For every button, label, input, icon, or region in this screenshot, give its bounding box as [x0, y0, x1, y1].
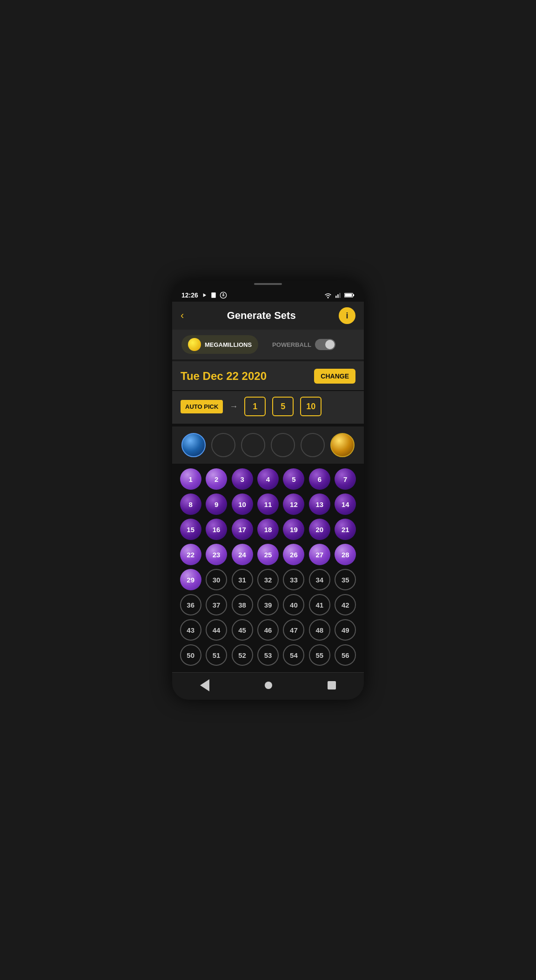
number-ball-41[interactable]: 41	[309, 594, 330, 615]
number-ball-55[interactable]: 55	[309, 644, 330, 666]
number-ball-56[interactable]: 56	[335, 644, 356, 666]
auto-pick-button[interactable]: AUTO PICK	[181, 400, 223, 413]
page-title: Generate Sets	[184, 310, 339, 322]
number-ball-37[interactable]: 37	[206, 594, 227, 615]
time-display: 12:26	[181, 291, 198, 299]
number-ball-8[interactable]: 8	[180, 493, 201, 515]
number-ball-19[interactable]: 19	[283, 519, 304, 540]
wifi-icon	[324, 292, 332, 298]
powerball-toggle[interactable]	[315, 339, 335, 350]
number-ball-10[interactable]: 10	[232, 493, 253, 515]
back-nav-button[interactable]	[200, 679, 209, 691]
number-ball-51[interactable]: 51	[206, 644, 227, 666]
number-ball-49[interactable]: 49	[335, 619, 356, 641]
arrow-icon: →	[229, 402, 238, 412]
number-ball-40[interactable]: 40	[283, 594, 304, 615]
number-ball-45[interactable]: 45	[232, 619, 253, 641]
back-button[interactable]: ‹	[181, 310, 184, 322]
number-ball-50[interactable]: 50	[180, 644, 201, 666]
number-ball-31[interactable]: 31	[232, 569, 253, 590]
info-button[interactable]: i	[339, 307, 355, 324]
pick-quantity-5[interactable]: 5	[272, 397, 294, 416]
number-ball-44[interactable]: 44	[206, 619, 227, 641]
phone-frame: 12:26 ‹ Generate Sets i MEGAMILLIONS POW…	[172, 280, 364, 700]
mega-circle-icon	[188, 338, 201, 351]
number-ball-26[interactable]: 26	[283, 544, 304, 565]
sim-icon	[210, 292, 217, 298]
svg-rect-5	[339, 293, 340, 298]
number-ball-39[interactable]: 39	[257, 594, 279, 615]
pick-quantity-10[interactable]: 10	[300, 397, 322, 416]
number-ball-7[interactable]: 7	[335, 468, 356, 490]
number-ball-24[interactable]: 24	[232, 544, 253, 565]
number-ball-20[interactable]: 20	[309, 519, 330, 540]
number-ball-13[interactable]: 13	[309, 493, 330, 515]
battery-icon	[344, 292, 355, 298]
number-ball-35[interactable]: 35	[335, 569, 356, 590]
number-ball-46[interactable]: 46	[257, 619, 279, 641]
pill-indicator	[254, 283, 282, 285]
svg-rect-4	[337, 294, 338, 298]
number-ball-16[interactable]: 16	[206, 519, 227, 540]
number-ball-1[interactable]: 1	[180, 468, 201, 490]
number-ball-28[interactable]: 28	[335, 544, 356, 565]
number-ball-30[interactable]: 30	[206, 569, 227, 590]
auto-pick-section: AUTO PICK → 1 5 10	[172, 391, 364, 424]
app-header: ‹ Generate Sets i	[172, 302, 364, 330]
lottery-tabs: MEGAMILLIONS POWERBALL	[172, 330, 364, 359]
number-ball-25[interactable]: 25	[257, 544, 279, 565]
status-bar: 12:26	[172, 287, 364, 302]
number-ball-4[interactable]: 4	[257, 468, 279, 490]
number-ball-18[interactable]: 18	[257, 519, 279, 540]
home-nav-button[interactable]	[265, 682, 272, 689]
number-ball-29[interactable]: 29	[180, 569, 201, 590]
number-ball-11[interactable]: 11	[257, 493, 279, 515]
recents-nav-icon	[328, 681, 336, 689]
number-ball-52[interactable]: 52	[232, 644, 253, 666]
number-ball-33[interactable]: 33	[283, 569, 304, 590]
number-ball-5[interactable]: 5	[283, 468, 304, 490]
date-section: Tue Dec 22 2020 CHANGE	[172, 361, 364, 390]
ball-slot-1[interactable]	[181, 433, 206, 457]
number-ball-17[interactable]: 17	[232, 519, 253, 540]
number-ball-32[interactable]: 32	[257, 569, 279, 590]
number-ball-42[interactable]: 42	[335, 594, 356, 615]
play-icon	[201, 292, 208, 298]
powerball-tab[interactable]: POWERBALL	[272, 339, 335, 350]
number-ball-53[interactable]: 53	[257, 644, 279, 666]
svg-rect-3	[335, 296, 336, 298]
number-ball-15[interactable]: 15	[180, 519, 201, 540]
pick-quantity-1[interactable]: 1	[244, 397, 266, 416]
ball-slot-4[interactable]	[271, 433, 295, 457]
accessibility-icon	[220, 291, 227, 299]
selected-date: Tue Dec 22 2020	[181, 370, 267, 383]
svg-rect-7	[353, 294, 355, 296]
number-ball-3[interactable]: 3	[232, 468, 253, 490]
number-ball-6[interactable]: 6	[309, 468, 330, 490]
ball-slot-2[interactable]	[211, 433, 235, 457]
number-ball-23[interactable]: 23	[206, 544, 227, 565]
number-ball-9[interactable]: 9	[206, 493, 227, 515]
recents-nav-button[interactable]	[328, 681, 336, 689]
number-ball-47[interactable]: 47	[283, 619, 304, 641]
nav-bar	[172, 672, 364, 700]
number-ball-2[interactable]: 2	[206, 468, 227, 490]
number-ball-21[interactable]: 21	[335, 519, 356, 540]
ball-slot-mega[interactable]	[330, 433, 355, 457]
number-ball-14[interactable]: 14	[335, 493, 356, 515]
number-ball-43[interactable]: 43	[180, 619, 201, 641]
svg-point-2	[222, 293, 224, 295]
number-ball-12[interactable]: 12	[283, 493, 304, 515]
number-ball-36[interactable]: 36	[180, 594, 201, 615]
number-ball-22[interactable]: 22	[180, 544, 201, 565]
megamillions-tab[interactable]: MEGAMILLIONS	[181, 335, 258, 354]
ball-slot-5[interactable]	[301, 433, 325, 457]
number-ball-38[interactable]: 38	[232, 594, 253, 615]
number-ball-34[interactable]: 34	[309, 569, 330, 590]
number-ball-48[interactable]: 48	[309, 619, 330, 641]
mega-label: MEGAMILLIONS	[205, 341, 252, 348]
change-date-button[interactable]: CHANGE	[314, 369, 355, 384]
ball-slot-3[interactable]	[241, 433, 265, 457]
number-ball-27[interactable]: 27	[309, 544, 330, 565]
number-ball-54[interactable]: 54	[283, 644, 304, 666]
